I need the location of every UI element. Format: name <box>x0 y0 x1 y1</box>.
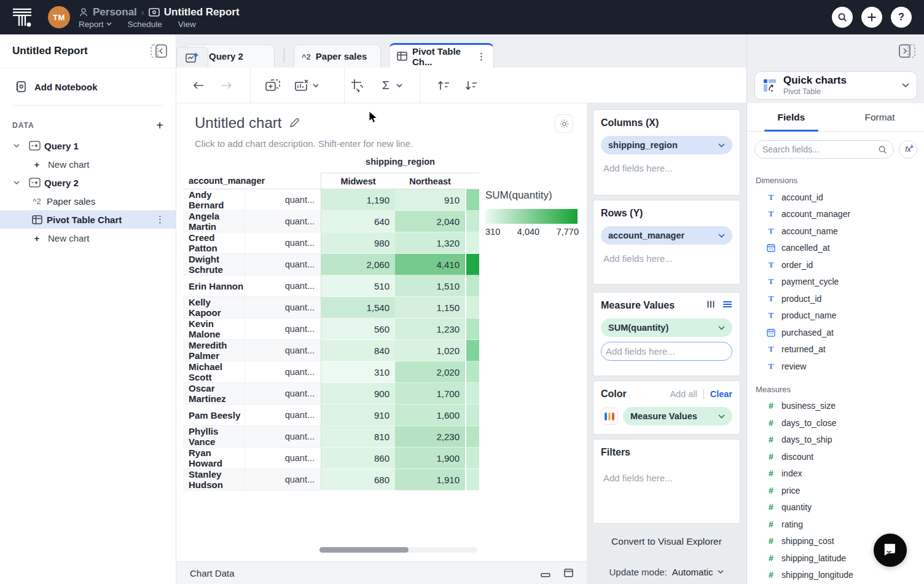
chart-data-bar[interactable]: Chart Data <box>176 561 587 584</box>
measure-add-fields-input[interactable] <box>606 346 728 357</box>
dimension-field-account_name[interactable]: Taccount_name <box>747 223 924 240</box>
legend-title: SUM(quantity) <box>485 189 579 202</box>
value-cell-midwest: 910 <box>321 404 395 426</box>
report-title[interactable]: Untitled Report <box>164 6 240 18</box>
sidebar-item-paper-sales[interactable]: ^2Paper sales <box>0 192 176 210</box>
sidebar-item-query-2[interactable]: Query 2 <box>0 173 176 192</box>
chevron-down-icon[interactable] <box>14 181 21 185</box>
horizontal-scrollbar-track[interactable] <box>319 547 477 553</box>
dimension-field-product_id[interactable]: Tproduct_id <box>747 290 924 307</box>
convert-to-visual-explorer-button[interactable]: Convert to Visual Explorer <box>593 536 740 547</box>
columns-add-fields-placeholder[interactable]: Add fields here... <box>601 163 732 173</box>
field-pill-shipping-region[interactable]: shipping_region <box>601 136 732 154</box>
dimension-field-review[interactable]: Treview <box>747 358 924 375</box>
columns-layout-icon[interactable] <box>707 300 715 309</box>
duplicate-chart-button[interactable] <box>265 76 281 95</box>
undo-button[interactable] <box>192 76 205 95</box>
dimension-field-product_name[interactable]: Tproduct_name <box>747 307 924 325</box>
row-label: Pam Beesly <box>183 404 245 426</box>
color-palette-icon[interactable] <box>601 408 618 425</box>
color-clear-link[interactable]: Clear <box>710 389 732 399</box>
menu-view[interactable]: View <box>178 20 196 29</box>
aggregate-dropdown[interactable] <box>396 76 402 95</box>
measure-field-business_size[interactable]: #business_size <box>747 398 924 415</box>
aggregate-button[interactable]: Σ <box>382 76 390 95</box>
dimension-field-cancelled_at[interactable]: cancelled_at <box>747 240 924 257</box>
measure-field-price[interactable]: #price <box>747 482 924 499</box>
legend-ticks: 3104,0407,770 <box>485 227 579 237</box>
sidebar-item-pivot-table-chart[interactable]: Pivot Table Chart⋮ <box>0 210 176 229</box>
measure-field-quantity[interactable]: #quantity <box>747 499 924 516</box>
chevron-down-icon <box>718 414 725 419</box>
search-button[interactable] <box>832 7 853 28</box>
chat-support-button[interactable] <box>874 534 907 567</box>
rows-add-fields-placeholder[interactable]: Add fields here... <box>601 253 732 264</box>
swap-axes-button[interactable] <box>350 76 364 95</box>
tab-kebab-menu[interactable]: ⋮ <box>477 51 486 62</box>
sort-descending-button[interactable] <box>464 76 478 95</box>
tab-paper-sales[interactable]: ^2Paper sales <box>294 44 381 68</box>
app-logo-icon[interactable] <box>11 6 33 28</box>
add-button[interactable] <box>861 7 882 28</box>
horizontal-scrollbar-thumb[interactable] <box>319 547 409 553</box>
value-cell-northeast: 2,020 <box>395 361 465 383</box>
measure-pill-sum-quantity[interactable]: SUM(quantity) <box>601 318 732 337</box>
measure-field-days_to_close[interactable]: #days_to_close <box>747 414 924 432</box>
filters-add-fields-placeholder[interactable]: Add fields here... <box>601 473 732 483</box>
remove-chart-dropdown[interactable] <box>313 76 319 95</box>
dimension-field-returned_at[interactable]: Treturned_at <box>747 341 924 358</box>
menu-report[interactable]: Report <box>79 20 112 29</box>
dimension-field-order_id[interactable]: Torder_id <box>747 256 924 274</box>
chart-description-placeholder[interactable]: Click to add chart description. Shift-en… <box>195 138 413 149</box>
avatar[interactable]: TM <box>48 6 70 28</box>
rows-layout-icon[interactable] <box>722 301 732 308</box>
tab-fields[interactable]: Fields <box>747 103 836 131</box>
measure-field-shipping_longitude[interactable]: #shipping_longitude <box>747 567 924 584</box>
collapse-left-panel-icon[interactable] <box>151 44 167 58</box>
chart-settings-button[interactable] <box>555 114 573 133</box>
value-cell-northeast: 1,230 <box>395 318 465 340</box>
tab-separator <box>284 48 284 63</box>
expand-panel-icon[interactable] <box>564 569 573 577</box>
dimension-field-purchased_at[interactable]: purchased_at <box>747 324 924 341</box>
kebab-menu-icon[interactable]: ⋮ <box>155 214 165 225</box>
menu-schedule[interactable]: Schedule <box>128 20 162 29</box>
sort-ascending-button[interactable] <box>437 76 450 95</box>
color-pill-measure-values[interactable]: Measure Values <box>623 407 732 425</box>
chevron-down-icon <box>718 326 725 330</box>
update-mode-value[interactable]: Automatic <box>672 567 713 577</box>
color-add-all-link[interactable]: Add all <box>670 389 697 399</box>
measure-field-discount[interactable]: #discount <box>747 448 924 465</box>
new-chart-tab-button[interactable] <box>176 47 208 68</box>
measure-field-days_to_ship[interactable]: #days_to_ship <box>747 432 924 449</box>
toolbar-divider <box>250 68 251 103</box>
minimize-panel-icon[interactable] <box>541 569 550 577</box>
dimension-field-payment_cycle[interactable]: Tpayment_cycle <box>747 274 924 291</box>
edit-pencil-icon[interactable] <box>289 117 300 128</box>
sidebar-item-query-1[interactable]: Query 1 <box>0 136 176 155</box>
chart-canvas: Untitled chart Click to add chart descri… <box>176 103 587 561</box>
add-formula-button[interactable]: fx+ <box>899 140 917 159</box>
remove-chart-button[interactable] <box>294 76 309 95</box>
help-button[interactable]: ? <box>891 7 912 28</box>
dimension-field-account_manager[interactable]: Taccount_manager <box>747 206 924 223</box>
tab-format[interactable]: Format <box>836 103 924 131</box>
chevron-down-icon[interactable] <box>14 144 21 148</box>
add-data-button[interactable]: + <box>156 119 163 132</box>
measure-cell-label: quant... <box>245 211 321 232</box>
add-notebook-button[interactable]: Add Notebook <box>0 68 176 93</box>
chart-title[interactable]: Untitled chart <box>195 114 281 132</box>
search-fields-input[interactable] <box>762 144 878 154</box>
field-pill-account-manager[interactable]: account_manager <box>601 226 732 245</box>
tab-pivot-table-ch-[interactable]: Pivot Table Ch...⋮ <box>389 43 494 68</box>
collapse-right-panel-icon[interactable] <box>899 44 915 58</box>
workspace-name[interactable]: Personal <box>93 6 137 18</box>
sidebar-new-chart-button[interactable]: +New chart <box>0 229 176 247</box>
redo-button[interactable] <box>221 76 233 95</box>
measure-field-index[interactable]: #index <box>747 465 924 483</box>
dimension-field-account_id[interactable]: Taccount_id <box>747 189 924 206</box>
notebook-icon <box>15 81 27 93</box>
quick-charts-selector[interactable]: Quick charts Pivot Table <box>754 71 917 100</box>
sidebar-new-chart-button[interactable]: +New chart <box>0 155 176 173</box>
measure-field-rating[interactable]: #rating <box>747 516 924 533</box>
